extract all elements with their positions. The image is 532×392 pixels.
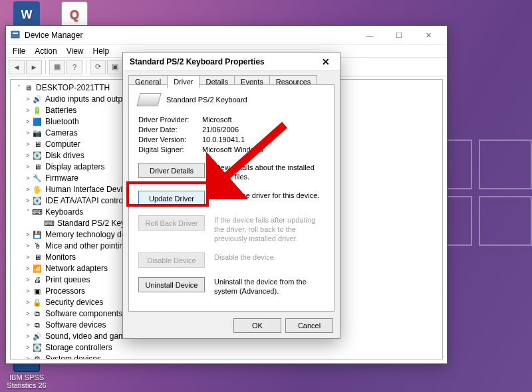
update-driver-description: Update the driver for this device.: [214, 191, 325, 200]
disable-device-description: Disable the device.: [214, 252, 325, 262]
driver-details-description: View details about the installed driver …: [214, 163, 325, 181]
minimize-button[interactable]: —: [355, 29, 384, 42]
svg-rect-1: [13, 33, 18, 34]
dialog-title: Standard PS/2 Keyboard Properties: [130, 57, 265, 66]
info-value: Microsoft Windows: [202, 146, 263, 153]
app-icon: [10, 30, 21, 41]
uninstall-device-button[interactable]: Uninstall Device: [138, 277, 205, 292]
driver-details-button[interactable]: Driver Details: [138, 163, 205, 178]
disable-device-button: Disable Device: [138, 252, 205, 268]
info-label: Digital Signer:: [138, 146, 202, 153]
toolbar-help-icon[interactable]: ?: [66, 60, 82, 74]
info-label: Driver Version:: [138, 136, 202, 144]
uninstall-device-description: Uninstall the device from the system (Ad…: [214, 277, 325, 296]
tree-node[interactable]: >💽Storage controllers: [15, 342, 442, 353]
tree-node[interactable]: >⚙System devices: [15, 353, 442, 359]
titlebar[interactable]: Device Manager — ☐ ✕: [6, 26, 447, 45]
svg-rect-0: [11, 31, 19, 38]
toolbar-properties-icon[interactable]: ▦: [49, 60, 65, 74]
back-button[interactable]: ◄: [9, 60, 25, 74]
menu-help[interactable]: Help: [93, 47, 110, 56]
device-name: Standard PS/2 Keyboard: [166, 96, 247, 104]
menu-view[interactable]: View: [66, 47, 84, 56]
word-icon: W: [13, 1, 40, 28]
close-button[interactable]: ✕: [414, 29, 443, 42]
desktop-icon-label: IBM SPSS Statistics 26: [7, 373, 47, 389]
tab-driver[interactable]: Driver: [167, 75, 200, 88]
driver-tab-pane: Standard PS/2 Keyboard Driver Provider:M…: [128, 84, 334, 312]
ok-button[interactable]: OK: [233, 318, 281, 333]
maximize-button[interactable]: ☐: [384, 29, 414, 42]
menu-file[interactable]: File: [13, 47, 25, 56]
update-driver-button[interactable]: Update Driver: [138, 191, 205, 206]
cancel-button[interactable]: Cancel: [285, 318, 333, 333]
toolbar-update-icon[interactable]: ▣: [107, 60, 123, 74]
menu-action[interactable]: Action: [35, 47, 57, 56]
keyboard-icon: [136, 93, 161, 106]
info-value: 21/06/2006: [202, 126, 239, 134]
dialog-titlebar[interactable]: Standard PS/2 Keyboard Properties ✕: [123, 52, 340, 71]
info-value: Microsoft: [202, 116, 232, 124]
roll-back-driver-description: If the device fails after updating the d…: [214, 215, 325, 243]
info-value: 10.0.19041.1: [202, 136, 245, 144]
info-label: Driver Date:: [138, 126, 202, 134]
window-title: Device Manager: [25, 31, 82, 40]
forward-button[interactable]: ►: [26, 60, 42, 74]
roll-back-driver-button: Roll Back Driver: [138, 215, 205, 231]
properties-dialog: Standard PS/2 Keyboard Properties ✕ Gene…: [122, 52, 340, 339]
dialog-close-button[interactable]: ✕: [319, 54, 333, 69]
info-label: Driver Provider:: [138, 116, 202, 124]
q-app-icon: Q: [61, 1, 88, 28]
toolbar-scan-icon[interactable]: ⟳: [90, 60, 106, 74]
